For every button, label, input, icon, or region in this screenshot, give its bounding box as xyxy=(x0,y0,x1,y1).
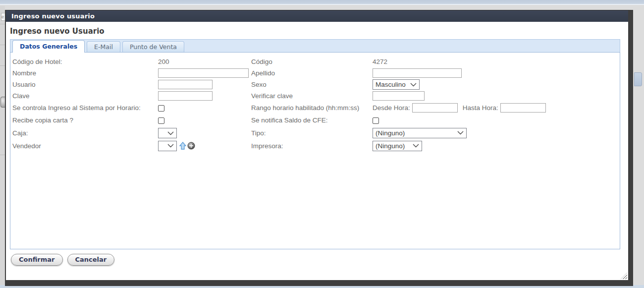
page-title: Ingreso nuevo Usuario xyxy=(10,22,624,39)
impresora-select[interactable]: (Ninguno) xyxy=(373,141,422,151)
codigo-hotel-label: Código de Hotel: xyxy=(12,58,158,65)
plus-circle-icon[interactable] xyxy=(187,142,195,150)
divider xyxy=(0,24,5,24)
form-row: Usuario Sexo Masculino xyxy=(10,79,620,90)
chevron-down-icon xyxy=(167,131,174,135)
background-partial-button xyxy=(634,72,642,86)
codigo-hotel-value: 200 xyxy=(158,58,251,65)
vendedor-label: Vendedor xyxy=(12,142,158,150)
vendedor-select[interactable] xyxy=(158,141,177,151)
desde-hora-label: Desde Hora: xyxy=(373,104,410,112)
new-user-dialog: Ingreso nuevo usuario Ingreso nuevo Usua… xyxy=(5,10,633,286)
apellido-label: Apellido xyxy=(251,69,373,77)
dialog-footer: Confirmar Cancelar xyxy=(10,249,624,270)
form-row: Se controla Ingreso al Sistema por Horar… xyxy=(10,102,620,114)
caja-select[interactable] xyxy=(158,128,177,138)
recibe-copia-label: Recibe copia carta ? xyxy=(12,116,158,124)
divider xyxy=(0,155,5,155)
impresora-selected-value: (Ninguno) xyxy=(376,142,405,150)
tipo-label: Tipo: xyxy=(251,129,373,137)
dialog-body: Ingreso nuevo Usuario Datos Generales E-… xyxy=(6,22,628,280)
dialog-titlebar[interactable]: Ingreso nuevo usuario xyxy=(6,10,628,22)
dialog-title: Ingreso nuevo usuario xyxy=(11,12,95,20)
sexo-selected-value: Masculino xyxy=(376,81,406,88)
form-row: Caja: Tipo: (Ninguno) xyxy=(10,126,620,139)
hasta-hora-field[interactable] xyxy=(500,103,546,113)
control-horario-label: Se controla Ingreso al Sistema por Horar… xyxy=(12,104,158,112)
tipo-select[interactable]: (Ninguno) xyxy=(373,128,467,138)
tab-bar: Datos Generales E-Mail Punto de Venta xyxy=(10,39,620,52)
caja-label: Caja: xyxy=(12,129,158,137)
divider xyxy=(0,65,5,66)
tab-datos-generales[interactable]: Datos Generales xyxy=(12,40,85,53)
form-row: Código de Hotel: 200 Código 4272 xyxy=(10,56,620,67)
verificar-clave-field[interactable] xyxy=(373,91,425,101)
tab-punto-de-venta[interactable]: Punto de Venta xyxy=(122,41,184,52)
recibe-copia-checkbox[interactable] xyxy=(158,117,164,124)
cancel-button[interactable]: Cancelar xyxy=(67,254,115,266)
notifica-saldo-label: Se notifica Saldo de CFE: xyxy=(251,116,373,124)
divider xyxy=(0,45,5,45)
background-top-bar xyxy=(0,0,644,5)
rango-horario-label: Rango horario habilitado (hh:mm:ss) xyxy=(251,104,373,112)
chevron-down-icon xyxy=(167,144,174,148)
chevron-down-icon xyxy=(457,131,464,135)
confirm-button[interactable]: Confirmar xyxy=(11,254,63,266)
up-arrow-icon[interactable] xyxy=(179,142,187,150)
chevron-down-icon xyxy=(413,144,419,148)
usuario-label: Usuario xyxy=(12,81,158,88)
background-partial-field: e xyxy=(1,13,5,21)
desde-hora-field[interactable] xyxy=(412,103,458,113)
form-row: Recibe copia carta ? Se notifica Saldo d… xyxy=(10,114,620,126)
notifica-saldo-checkbox[interactable] xyxy=(373,117,379,124)
form-row: Clave Verificar clave xyxy=(10,90,620,102)
impresora-label: Impresora: xyxy=(251,142,373,150)
background-right-fragment xyxy=(633,6,644,285)
resize-handle-icon[interactable] xyxy=(621,273,627,279)
clave-field[interactable] xyxy=(158,91,213,101)
tab-panel-datos-generales: Código de Hotel: 200 Código 4272 Nombre … xyxy=(10,52,620,249)
tab-email[interactable]: E-Mail xyxy=(87,41,120,52)
verificar-clave-label: Verificar clave xyxy=(251,92,373,100)
chevron-down-icon xyxy=(410,83,417,87)
form-row: Vendedor Impresora: xyxy=(10,139,620,152)
sexo-label: Sexo xyxy=(251,81,373,88)
nombre-field[interactable] xyxy=(158,68,249,78)
usuario-field[interactable] xyxy=(158,80,213,89)
codigo-value: 4272 xyxy=(373,58,620,65)
clave-label: Clave xyxy=(12,92,158,100)
background-left-fragment: e xyxy=(0,6,5,285)
control-horario-checkbox[interactable] xyxy=(158,105,164,112)
codigo-label: Código xyxy=(251,58,373,65)
sexo-select[interactable]: Masculino xyxy=(373,79,420,90)
form-row: Nombre Apellido xyxy=(10,67,620,79)
tipo-selected-value: (Ninguno) xyxy=(376,129,405,137)
hasta-hora-label: Hasta Hora: xyxy=(463,104,498,112)
nombre-label: Nombre xyxy=(12,69,158,77)
apellido-field[interactable] xyxy=(373,68,462,78)
